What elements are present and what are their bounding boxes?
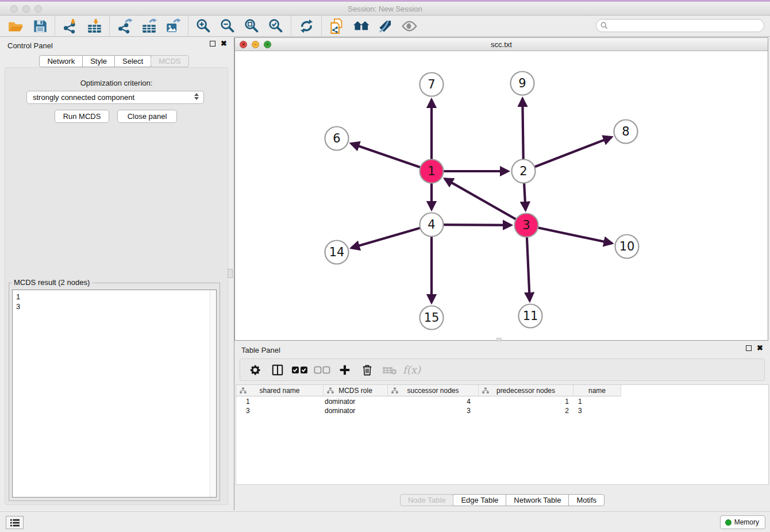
tab-network-table[interactable]: Network Table (506, 494, 569, 506)
table-cell: 2 (479, 406, 573, 415)
label-slash-icon[interactable] (373, 17, 397, 35)
graph-node-11[interactable]: 11 (519, 304, 542, 328)
column-header-MCDS-role[interactable]: MCDS role (324, 385, 388, 396)
table-tabs: Node TableEdge TableNetwork TableMotifs (234, 494, 770, 506)
toolbar-separator (188, 16, 188, 36)
tab-select[interactable]: Select (114, 55, 151, 67)
table-cell: 3 (388, 406, 479, 415)
trash-icon[interactable] (357, 361, 377, 379)
select-stepper-icon (194, 93, 199, 100)
table-cell: 3 (573, 406, 621, 415)
graph-node-10[interactable]: 10 (615, 235, 639, 259)
tab-style[interactable]: Style (82, 55, 115, 67)
graph-node-8[interactable]: 8 (614, 120, 638, 144)
tab-node-table[interactable]: Node Table (400, 494, 454, 506)
tab-motifs[interactable]: Motifs (568, 494, 605, 506)
close-panel-button[interactable]: Close panel (117, 110, 177, 123)
optimization-criterion-label: Optimization criterion: (5, 79, 228, 87)
network-file-icon[interactable] (325, 17, 349, 35)
table-row[interactable]: 1dominator411 (236, 397, 768, 406)
folder-icon[interactable] (3, 17, 28, 35)
graph-node-4[interactable]: 4 (420, 213, 444, 237)
export-network-icon[interactable] (113, 17, 137, 35)
main-toolbar (0, 16, 770, 37)
result-line: 1 (16, 292, 20, 302)
zoom-selected-icon[interactable] (264, 17, 288, 35)
zoom-out-icon[interactable] (215, 17, 240, 35)
search-input[interactable] (596, 19, 764, 32)
mcds-result-box[interactable]: 13 (12, 290, 217, 498)
run-mcds-button[interactable]: Run MCDS (55, 110, 109, 123)
export-image-icon[interactable] (161, 17, 185, 35)
graph-node-7[interactable]: 7 (420, 73, 444, 97)
save-icon[interactable] (28, 17, 52, 35)
eye-icon[interactable] (397, 17, 421, 35)
node-table: shared nameMCDS rolesuccessor nodesprede… (236, 384, 769, 485)
edge-1-6[interactable] (351, 144, 432, 171)
refresh-icon[interactable] (294, 17, 318, 35)
table-cell: 4 (388, 397, 479, 406)
graph-node-14[interactable]: 14 (325, 241, 349, 264)
edge-3-1[interactable] (445, 179, 526, 225)
control-panel: Control Panel ✖ NetworkStyleSelectMCDS O… (0, 37, 233, 510)
graph-node-9[interactable]: 9 (511, 72, 534, 95)
graph-node-2[interactable]: 2 (512, 160, 536, 183)
node-label: 11 (523, 309, 538, 323)
status-bar: Memory (0, 511, 770, 532)
gear-icon[interactable] (245, 361, 265, 379)
result-line: 3 (16, 302, 20, 311)
column-header-predecessor-nodes[interactable]: predecessor nodes (479, 385, 573, 396)
table-toolbar: f(x) (240, 358, 765, 381)
column-header-shared-name[interactable]: shared name (236, 385, 324, 396)
tab-network[interactable]: Network (39, 55, 83, 67)
plus-icon[interactable] (334, 361, 355, 379)
close-table-panel-icon[interactable]: ✖ (757, 345, 763, 351)
control-panel-title: Control Panel (7, 41, 53, 50)
homes-icon[interactable] (349, 17, 373, 35)
task-history-button[interactable] (6, 516, 24, 529)
float-table-panel-icon[interactable] (746, 345, 752, 351)
table-row[interactable]: 3dominator323 (236, 406, 768, 415)
zoom-fit-icon[interactable] (240, 17, 264, 35)
network-graph-canvas[interactable]: 7 9 6 8 1 2 4 3 14 10 15 11 (235, 51, 768, 340)
table-cell: 1 (479, 397, 573, 406)
mcds-result-lines: 13 (16, 292, 20, 311)
tab-mcds[interactable]: MCDS (151, 55, 188, 67)
zoom-in-icon[interactable] (191, 17, 215, 35)
tab-edge-table[interactable]: Edge Table (453, 494, 506, 506)
column-header-successor-nodes[interactable]: successor nodes (388, 385, 479, 396)
node-label: 1 (428, 164, 435, 178)
edge-2-8[interactable] (523, 137, 611, 171)
table-cell: 1 (573, 397, 621, 406)
graph-node-6[interactable]: 6 (325, 127, 349, 151)
import-table-icon[interactable] (82, 17, 106, 35)
checkboxes-unchecked-icon[interactable] (312, 361, 332, 379)
network-resize-grip[interactable] (496, 338, 502, 341)
criterion-select[interactable]: strongly connected component (26, 91, 204, 104)
graph-node-3[interactable]: 3 (515, 214, 538, 237)
edge-3-10[interactable] (526, 225, 612, 244)
control-panel-tabs: NetworkStyleSelectMCDS (0, 55, 228, 67)
close-panel-icon[interactable]: ✖ (221, 41, 227, 47)
columns-icon[interactable] (267, 361, 287, 379)
network-window-titlebar[interactable]: ✕ − + scc.txt (235, 38, 768, 51)
import-network-icon[interactable] (58, 17, 82, 35)
table-cell: dominator (324, 397, 388, 406)
result-scrollbar[interactable] (210, 290, 216, 497)
toolbar-separator (55, 16, 55, 36)
checkboxes-checked-icon[interactable] (290, 361, 310, 379)
graph-node-1[interactable]: 1 (420, 160, 444, 183)
memory-status-icon (725, 519, 732, 526)
criterion-value: strongly connected component (33, 93, 134, 102)
splitter-grip[interactable] (228, 269, 233, 278)
float-panel-icon[interactable] (210, 41, 215, 47)
export-table-icon[interactable] (137, 17, 161, 35)
network-window-title: scc.txt (235, 40, 768, 49)
memory-button[interactable]: Memory (720, 515, 765, 529)
node-label: 2 (519, 164, 527, 178)
graph-node-15[interactable]: 15 (420, 306, 444, 330)
edge-4-14[interactable] (351, 225, 432, 248)
column-header-name[interactable]: name (573, 385, 621, 396)
toolbar-separator (291, 16, 291, 36)
table-cell: dominator (324, 406, 388, 415)
